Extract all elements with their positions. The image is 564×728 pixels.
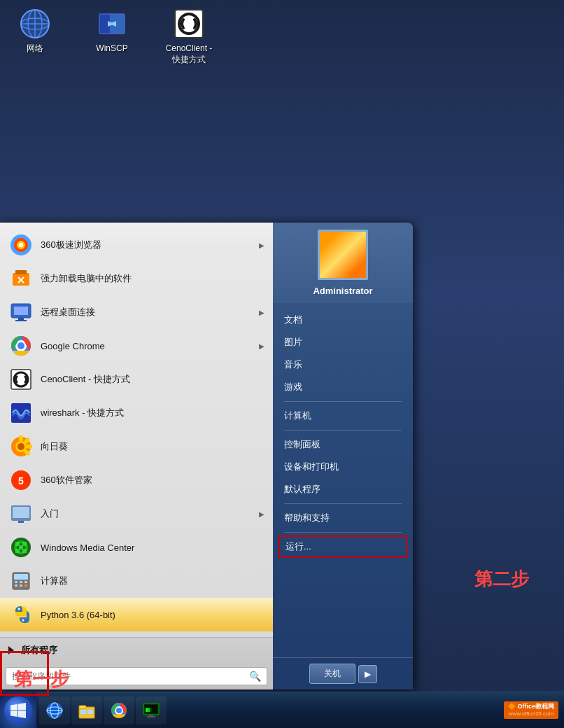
menu-item-wireshark-label: wireshark - 快捷方式 [41,407,265,419]
winscp-label: WinSCP [96,43,127,55]
right-menu-pictures[interactable]: 图片 [273,331,413,354]
office-badge-line2: www.office26.com [509,710,554,718]
all-programs-arrow [8,646,14,654]
user-avatar [318,230,368,280]
menu-item-calc-label: 计算器 [41,575,265,587]
desktop-icon-network[interactable]: 网络 [7,7,63,65]
menu-item-python-label: Python 3.6 (64-bit) [41,610,265,620]
menu-item-mediacenter[interactable]: Windows Media Center [0,531,273,564]
arrow-icon-intro: ▶ [259,510,265,518]
svg-rect-36 [13,507,29,518]
svg-rect-49 [20,581,22,583]
svg-rect-50 [24,581,27,583]
right-menu-music[interactable]: 音乐 [273,354,413,376]
svg-point-28 [17,443,24,450]
svg-rect-70 [149,715,153,716]
taskbar-explorer[interactable] [71,696,102,724]
menu-item-intro-label: 入门 [41,507,259,520]
chrome-icon [8,333,34,358]
svg-rect-52 [20,584,22,587]
menu-item-remote[interactable]: 远程桌面连接 ▶ [0,295,273,329]
menu-items-list: 360极速浏览器 ▶ 强力卸载电脑中的软件 [0,223,273,637]
svg-rect-20 [15,320,27,321]
arrow-icon-remote: ▶ [259,309,265,316]
menu-item-uninstall-label: 强力卸载电脑中的软件 [41,272,265,285]
svg-text:█▓░: █▓░ [145,708,152,713]
right-divider-2 [284,430,402,430]
menu-item-sunflower[interactable]: 向日葵 [0,430,273,463]
svg-rect-62 [80,710,86,714]
menu-item-wireshark[interactable]: wireshark - 快捷方式 [0,396,273,430]
svg-point-23 [17,342,24,349]
svg-rect-14 [15,270,27,274]
right-menu-help[interactable]: 帮助和支持 [273,507,413,529]
remote-icon [8,300,34,325]
desktop: 网络 WinSCP CenoCl [0,0,564,728]
menu-item-360manager[interactable]: 5 360软件管家 [0,463,273,497]
right-divider-4 [284,532,402,533]
right-menu-run[interactable]: 运行... [279,536,407,558]
svg-rect-37 [18,521,24,523]
menu-item-cenoclient[interactable]: CenoClient - 快捷方式 [0,363,273,396]
system-tray: 🔶 Office教程网 www.office26.com [498,701,564,718]
menu-item-360browser-label: 360极速浏览器 [41,239,259,251]
taskbar-ie[interactable] [39,696,70,724]
menu-item-intro[interactable]: 入门 ▶ [0,497,273,531]
shutdown-arrow-button[interactable]: ▶ [358,665,377,683]
right-menu-devices[interactable]: 设备和打印机 [273,456,413,478]
all-programs-item[interactable]: 所有程序 [0,638,273,663]
start-button[interactable] [0,692,36,729]
menu-item-calc[interactable]: 计算器 [0,564,273,598]
svg-point-12 [19,243,23,247]
desktop-icon-cenoclient[interactable]: CenoClient -快捷方式 [161,7,217,65]
all-programs-label: 所有程序 [21,644,57,657]
uninstall-icon [8,266,34,291]
taskbar-apps: █▓░ [36,692,498,728]
svg-rect-61 [79,706,86,708]
right-divider-1 [284,401,402,402]
desktop-icon-winscp[interactable]: WinSCP [84,7,140,65]
user-section: Administrator [273,223,413,303]
right-menu-computer[interactable]: 计算机 [273,405,413,427]
right-menu-docs[interactable]: 文档 [273,309,413,331]
start-menu: 360极速浏览器 ▶ 强力卸载电脑中的软件 [0,223,413,690]
shutdown-section: 关机 ▶ [273,657,413,690]
windows-logo-icon [10,703,26,718]
svg-rect-18 [14,307,28,315]
cenoclient-icon [172,7,206,41]
username-label: Administrator [313,286,372,296]
python-icon [8,602,34,627]
menu-item-uninstall[interactable]: 强力卸载电脑中的软件 [0,262,273,295]
winscp-icon [95,7,129,41]
shutdown-button[interactable]: 关机 [309,664,355,684]
arrow-icon: ▶ [259,241,265,249]
desktop-icons: 网络 WinSCP CenoCl [7,7,217,65]
chrome-taskbar-icon [109,701,129,720]
taskbar-monitor[interactable]: █▓░ [136,696,167,724]
start-menu-right: Administrator 文档 图片 音乐 游戏 计算机 控制面板 设备和打印… [273,223,413,690]
menu-item-python[interactable]: Python 3.6 (64-bit) [0,598,273,631]
menu-item-360browser[interactable]: 360极速浏览器 ▶ [0,228,273,262]
svg-rect-51 [15,584,17,587]
right-menu-controlpanel[interactable]: 控制面板 [273,433,413,456]
svg-point-55 [22,620,24,622]
360browser-icon [8,232,34,258]
search-icon[interactable]: 🔍 [249,671,261,682]
svg-rect-45 [22,549,27,553]
right-menu-defaults[interactable]: 默认程序 [273,478,413,500]
menu-item-360manager-label: 360软件管家 [41,474,265,486]
menu-item-chrome[interactable]: Google Chrome ▶ [0,329,273,363]
menu-item-mediacenter-label: Windows Media Center [41,542,265,553]
taskbar-chrome[interactable] [104,696,134,724]
svg-point-66 [116,708,122,713]
right-divider-3 [284,503,402,504]
avatar-image [320,232,366,278]
svg-rect-42 [15,542,20,546]
right-menu-games[interactable]: 游戏 [273,376,413,398]
right-menu-items: 文档 图片 音乐 游戏 计算机 控制面板 设备和打印机 默认程序 帮助和支持 运… [273,303,413,657]
network-icon [18,7,52,41]
office-badge: 🔶 Office教程网 www.office26.com [504,701,558,718]
menu-item-remote-label: 远程桌面连接 [41,306,259,318]
ie-icon [45,701,64,720]
svg-rect-48 [15,581,17,583]
